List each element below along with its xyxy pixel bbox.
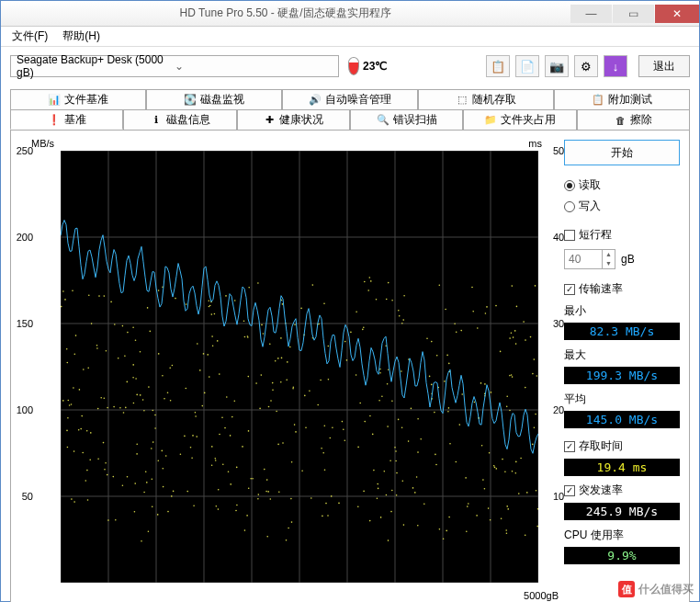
minimize-button[interactable]: — — [570, 5, 612, 23]
tab-错误扫描[interactable]: 🔍错误扫描 — [350, 109, 463, 130]
svg-point-34 — [515, 472, 517, 474]
svg-point-321 — [230, 483, 231, 485]
svg-point-200 — [435, 454, 436, 456]
svg-point-102 — [73, 501, 75, 503]
svg-point-267 — [535, 414, 536, 415]
svg-point-150 — [417, 525, 419, 527]
svg-point-177 — [343, 429, 344, 431]
short-stroke-spinner[interactable]: ▲▼ — [564, 249, 615, 269]
svg-point-391 — [87, 368, 89, 369]
short-stroke-value[interactable] — [565, 250, 602, 268]
tab-文件基准[interactable]: 📊文件基准 — [10, 89, 146, 109]
svg-point-127 — [180, 453, 182, 455]
svg-point-408 — [67, 447, 69, 449]
spinner-down-icon[interactable]: ▼ — [602, 259, 615, 268]
svg-point-176 — [67, 362, 69, 364]
svg-point-110 — [132, 364, 134, 366]
save-button[interactable]: ↓ — [604, 55, 627, 77]
svg-point-371 — [135, 378, 137, 380]
svg-point-131 — [401, 323, 403, 324]
svg-point-148 — [88, 295, 90, 297]
svg-point-141 — [147, 307, 149, 309]
tab-随机存取[interactable]: ⬚随机存取 — [418, 89, 554, 109]
svg-point-116 — [372, 434, 374, 436]
svg-point-368 — [504, 471, 506, 473]
svg-point-255 — [113, 476, 115, 478]
svg-point-339 — [461, 393, 463, 395]
svg-point-332 — [134, 511, 136, 513]
tab-自动噪音管理[interactable]: 🔊自动噪音管理 — [282, 89, 418, 109]
svg-point-204 — [184, 436, 186, 437]
svg-point-223 — [484, 383, 486, 385]
svg-point-421 — [259, 408, 261, 410]
svg-point-263 — [506, 395, 508, 397]
burst-rate-check[interactable]: 突发速率 — [564, 482, 680, 499]
svg-point-76 — [443, 538, 445, 540]
svg-point-303 — [170, 400, 172, 402]
svg-point-157 — [320, 380, 322, 381]
tab-健康状况[interactable]: ✚健康状况 — [237, 109, 350, 130]
access-time-check[interactable]: 存取时间 — [564, 437, 680, 455]
svg-point-344 — [157, 514, 159, 516]
svg-point-56 — [412, 487, 414, 489]
svg-point-23 — [203, 353, 205, 355]
svg-point-173 — [73, 387, 74, 389]
svg-point-236 — [536, 375, 538, 377]
start-button[interactable]: 开始 — [564, 140, 680, 165]
short-stroke-check[interactable]: 短行程 — [564, 226, 680, 244]
tab-文件夹占用[interactable]: 📁文件夹占用 — [463, 109, 576, 130]
settings-button[interactable]: ⚙ — [574, 55, 598, 77]
svg-point-190 — [386, 299, 388, 301]
svg-point-256 — [87, 499, 89, 501]
drive-select[interactable]: Seagate Backup+ Desk (5000 gB) ⌄ — [10, 55, 339, 77]
screenshot-button[interactable]: 📷 — [545, 55, 569, 77]
cpu-label: CPU 使用率 — [564, 526, 680, 543]
svg-point-27 — [186, 491, 188, 493]
svg-point-358 — [165, 455, 167, 457]
svg-point-159 — [431, 341, 433, 343]
copy-info-button[interactable]: 📋 — [486, 55, 510, 77]
tab-磁盘信息[interactable]: ℹ磁盘信息 — [123, 109, 236, 130]
svg-point-32 — [373, 470, 375, 471]
svg-point-213 — [363, 326, 365, 328]
svg-point-215 — [301, 470, 303, 471]
mode-read[interactable]: 读取 — [564, 176, 680, 194]
svg-point-107 — [380, 517, 382, 518]
tab-擦除[interactable]: 🗑擦除 — [577, 109, 690, 130]
svg-point-224 — [107, 519, 109, 521]
svg-point-252 — [460, 330, 462, 332]
svg-point-331 — [199, 369, 201, 371]
close-button[interactable]: ✕ — [655, 5, 699, 23]
svg-point-301 — [456, 332, 457, 334]
tab-icon: ✚ — [263, 114, 276, 127]
menu-help[interactable]: 帮助(H) — [55, 27, 107, 46]
svg-point-58 — [143, 410, 145, 412]
maximize-button[interactable]: ▭ — [613, 5, 654, 23]
svg-point-197 — [221, 416, 223, 418]
svg-point-397 — [152, 478, 153, 480]
transfer-rate-check[interactable]: 传输速率 — [564, 280, 680, 298]
svg-point-80 — [534, 426, 536, 428]
svg-point-83 — [230, 435, 231, 437]
svg-point-414 — [532, 444, 534, 446]
svg-point-247 — [209, 300, 210, 301]
y-axis-right-label: ms — [528, 138, 542, 149]
tab-磁盘监视[interactable]: 💽磁盘监视 — [146, 89, 282, 109]
svg-point-244 — [324, 425, 326, 426]
mode-write[interactable]: 写入 — [564, 198, 680, 215]
min-label: 最小 — [564, 301, 680, 319]
spinner-up-icon[interactable]: ▲ — [602, 250, 615, 259]
svg-point-327 — [520, 458, 522, 460]
svg-point-24 — [448, 517, 450, 518]
exit-button[interactable]: 退出 — [638, 55, 690, 77]
svg-point-375 — [310, 497, 312, 499]
svg-point-22 — [244, 336, 246, 338]
svg-point-380 — [537, 508, 538, 510]
tab-icon: ❗ — [48, 113, 61, 126]
copy-screenshot-button[interactable]: 📄 — [515, 55, 539, 77]
menu-file[interactable]: 文件(F) — [5, 27, 55, 46]
tab-附加测试[interactable]: 📋附加测试 — [554, 89, 690, 109]
tab-基准[interactable]: ❗基准 — [10, 109, 123, 130]
svg-point-348 — [290, 498, 292, 500]
svg-point-292 — [486, 306, 488, 308]
